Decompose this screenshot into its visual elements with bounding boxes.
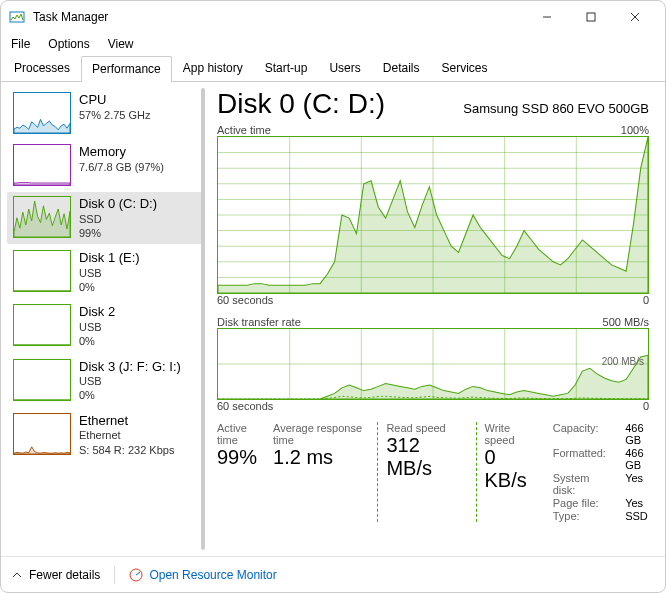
properties: Capacity:466 GB Formatted:466 GB System …	[553, 422, 649, 522]
sidebar-item-name: Ethernet	[79, 413, 174, 429]
menu-view[interactable]: View	[108, 37, 134, 51]
disk-title: Disk 0 (C: D:)	[217, 88, 385, 120]
open-resource-monitor-link[interactable]: Open Resource Monitor	[129, 568, 276, 582]
chart1-label: Active time	[217, 124, 271, 136]
footer: Fewer details Open Resource Monitor	[1, 556, 665, 592]
active-time-chart: Active time 100% 60 seconds 0	[217, 124, 649, 306]
chart2-max: 500 MB/s	[603, 316, 649, 328]
transfer-rate-chart: Disk transfer rate 500 MB/s 200 MB/s 60 …	[217, 316, 649, 412]
sidebar-item-sub2: S: 584 R: 232 Kbps	[79, 443, 174, 457]
tab-details[interactable]: Details	[372, 55, 431, 81]
header: Disk 0 (C: D:) Samsung SSD 860 EVO 500GB	[217, 88, 649, 120]
chart2-label: Disk transfer rate	[217, 316, 301, 328]
type-key: Type:	[553, 510, 607, 522]
sidebar-item-disk-3-j-f-g-i-[interactable]: Disk 3 (J: F: G: I:)USB0%	[7, 355, 205, 407]
sysdisk-key: System disk:	[553, 472, 607, 496]
read-speed-label: Read speed	[386, 422, 455, 434]
sidebar-item-name: Disk 1 (E:)	[79, 250, 140, 266]
menu-file[interactable]: File	[11, 37, 30, 51]
write-speed-value: 0 KB/s	[485, 446, 533, 492]
chart2-marker: 200 MB/s	[602, 356, 644, 367]
fewer-details-label: Fewer details	[29, 568, 100, 582]
active-time-label: Active time	[217, 422, 261, 446]
sidebar-item-sub2: 0%	[79, 334, 115, 348]
fewer-details-button[interactable]: Fewer details	[11, 568, 100, 582]
sidebar-item-sub1: 57% 2.75 GHz	[79, 108, 151, 122]
sidebar-thumb	[13, 196, 71, 238]
sidebar-item-name: CPU	[79, 92, 151, 108]
type-val: SSD	[625, 510, 649, 522]
maximize-button[interactable]	[569, 2, 613, 32]
svg-rect-2	[587, 13, 595, 21]
sidebar-item-sub1: SSD	[79, 212, 157, 226]
tab-services[interactable]: Services	[430, 55, 498, 81]
chart2-xleft: 60 seconds	[217, 400, 273, 412]
sidebar-thumb	[13, 92, 71, 134]
sidebar-thumb	[13, 304, 71, 346]
pagefile-key: Page file:	[553, 497, 607, 509]
capacity-val: 466 GB	[625, 422, 649, 446]
art-label: Average response time	[273, 422, 365, 446]
formatted-val: 466 GB	[625, 447, 649, 471]
chart2-min: 0	[643, 400, 649, 412]
tab-users[interactable]: Users	[318, 55, 371, 81]
art-value: 1.2 ms	[273, 446, 365, 469]
chart1-max: 100%	[621, 124, 649, 136]
sidebar-item-name: Disk 0 (C: D:)	[79, 196, 157, 212]
sidebar-item-disk-2[interactable]: Disk 2USB0%	[7, 300, 205, 352]
sidebar-item-cpu[interactable]: CPU57% 2.75 GHz	[7, 88, 205, 138]
close-button[interactable]	[613, 2, 657, 32]
svg-line-26	[136, 572, 140, 575]
minimize-button[interactable]	[525, 2, 569, 32]
sidebar-item-sub2: 0%	[79, 388, 181, 402]
capacity-key: Capacity:	[553, 422, 607, 446]
main-panel: Disk 0 (C: D:) Samsung SSD 860 EVO 500GB…	[205, 82, 665, 556]
read-speed-value: 312 MB/s	[386, 434, 455, 480]
chart1-min: 0	[643, 294, 649, 306]
disk-model: Samsung SSD 860 EVO 500GB	[463, 101, 649, 116]
sidebar-item-sub2: 99%	[79, 226, 157, 240]
sidebar-item-sub1: 7.6/7.8 GB (97%)	[79, 160, 164, 174]
sidebar-item-sub1: USB	[79, 320, 115, 334]
chevron-up-icon	[11, 569, 23, 581]
resource-monitor-icon	[129, 568, 143, 582]
chart1-xleft: 60 seconds	[217, 294, 273, 306]
tabs: ProcessesPerformanceApp historyStart-upU…	[1, 55, 665, 82]
stats-row: Active time 99% Average response time 1.…	[217, 422, 649, 522]
sidebar-thumb	[13, 144, 71, 186]
tab-app-history[interactable]: App history	[172, 55, 254, 81]
transfer-rate-plot	[218, 329, 648, 399]
formatted-key: Formatted:	[553, 447, 607, 471]
sidebar-item-name: Disk 3 (J: F: G: I:)	[79, 359, 181, 375]
open-resource-monitor-label: Open Resource Monitor	[149, 568, 276, 582]
menu-options[interactable]: Options	[48, 37, 89, 51]
tab-performance[interactable]: Performance	[81, 56, 172, 82]
sidebar-item-memory[interactable]: Memory7.6/7.8 GB (97%)	[7, 140, 205, 190]
sidebar-scrollbar[interactable]	[201, 88, 205, 550]
sidebar-thumb	[13, 250, 71, 292]
sidebar-thumb	[13, 413, 71, 455]
sidebar-item-disk-1-e-[interactable]: Disk 1 (E:)USB0%	[7, 246, 205, 298]
window-buttons	[525, 2, 657, 32]
sysdisk-val: Yes	[625, 472, 649, 496]
sidebar-item-name: Disk 2	[79, 304, 115, 320]
menubar: File Options View	[1, 33, 665, 55]
tab-start-up[interactable]: Start-up	[254, 55, 319, 81]
sidebar-item-sub2: 0%	[79, 280, 140, 294]
sidebar-item-disk-0-c-d-[interactable]: Disk 0 (C: D:)SSD99%	[7, 192, 205, 244]
sidebar-item-name: Memory	[79, 144, 164, 160]
sidebar-item-sub1: USB	[79, 266, 140, 280]
app-icon	[9, 9, 25, 25]
footer-divider	[114, 566, 115, 584]
sidebar-item-sub1: Ethernet	[79, 428, 174, 442]
sidebar-thumb	[13, 359, 71, 401]
write-speed-label: Write speed	[485, 422, 533, 446]
titlebar: Task Manager	[1, 1, 665, 33]
sidebar: CPU57% 2.75 GHzMemory7.6/7.8 GB (97%)Dis…	[1, 82, 205, 556]
content: CPU57% 2.75 GHzMemory7.6/7.8 GB (97%)Dis…	[1, 82, 665, 556]
active-time-value: 99%	[217, 446, 261, 469]
sidebar-item-ethernet[interactable]: EthernetEthernetS: 584 R: 232 Kbps	[7, 409, 205, 461]
active-time-plot	[218, 137, 648, 293]
tab-processes[interactable]: Processes	[3, 55, 81, 81]
pagefile-val: Yes	[625, 497, 649, 509]
